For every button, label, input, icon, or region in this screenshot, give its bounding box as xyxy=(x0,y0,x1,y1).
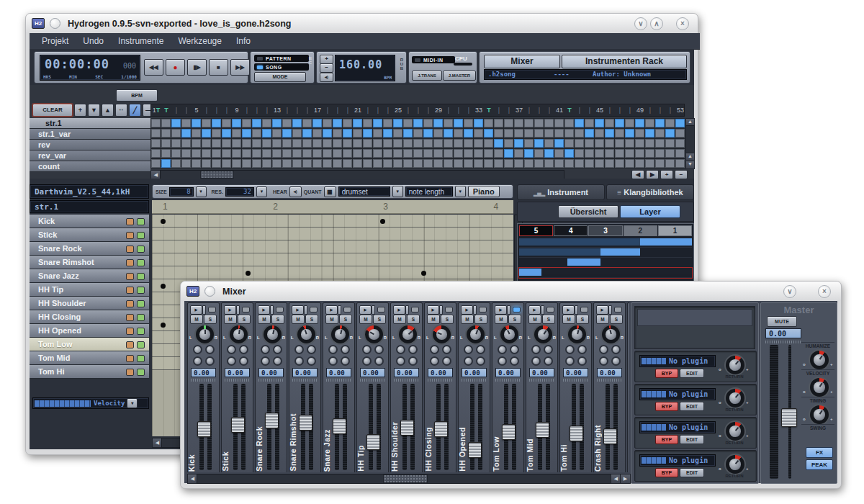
song-cell[interactable] xyxy=(383,149,392,158)
instrument-mute-led[interactable] xyxy=(126,273,134,280)
song-cell[interactable] xyxy=(635,159,644,168)
strip-play-icon[interactable]: ▶ xyxy=(190,305,202,315)
strip-solo-button[interactable]: S xyxy=(576,315,589,324)
fx-send-knob-2[interactable] xyxy=(307,345,316,354)
instrument-mute-led[interactable] xyxy=(126,369,134,376)
stop-button[interactable]: ■ xyxy=(209,59,228,76)
fx-send-knob-2[interactable] xyxy=(273,345,282,354)
song-cell[interactable] xyxy=(514,129,523,138)
instrument-mute-led[interactable] xyxy=(126,218,134,225)
pattern-row-count[interactable]: count xyxy=(30,161,150,172)
strip-mute-button[interactable]: M xyxy=(562,315,575,324)
song-cell[interactable] xyxy=(252,129,261,138)
fx-send-knob-3[interactable] xyxy=(227,356,236,366)
note-length-dropdown[interactable]: note length xyxy=(405,186,453,197)
strip-play-icon[interactable]: ▶ xyxy=(562,305,575,315)
song-cell[interactable] xyxy=(454,159,463,168)
master-timing-knob[interactable] xyxy=(809,404,830,426)
fx-send-knob-2[interactable] xyxy=(476,345,485,354)
song-cell[interactable] xyxy=(393,149,402,158)
song-cell[interactable] xyxy=(151,119,161,127)
song-cell[interactable] xyxy=(665,159,675,168)
song-cell[interactable] xyxy=(554,139,564,148)
fx-send-knob-1[interactable] xyxy=(362,345,372,354)
song-cell[interactable] xyxy=(192,139,201,148)
song-cell[interactable] xyxy=(655,119,665,127)
song-cell[interactable] xyxy=(494,119,503,127)
song-cell[interactable] xyxy=(252,119,261,127)
fx-plugin-lcd[interactable]: No plugin xyxy=(639,388,716,400)
song-cell[interactable] xyxy=(585,129,594,138)
song-cell[interactable] xyxy=(433,149,443,158)
song-cell[interactable] xyxy=(323,129,332,138)
song-cell[interactable] xyxy=(252,149,261,158)
song-cell[interactable] xyxy=(675,149,685,158)
song-cell[interactable] xyxy=(393,139,402,148)
mixer-minimize-button[interactable]: ∨ xyxy=(783,285,796,298)
fx-edit-button[interactable]: EDIT xyxy=(680,369,704,378)
song-cell[interactable] xyxy=(403,159,413,168)
instrument-solo-led[interactable] xyxy=(137,287,145,294)
song-cell[interactable] xyxy=(524,119,534,127)
song-cell[interactable] xyxy=(534,149,544,158)
song-cell[interactable] xyxy=(524,149,534,158)
song-cell[interactable] xyxy=(504,159,513,168)
song-cell[interactable] xyxy=(282,139,292,148)
song-cell[interactable] xyxy=(363,129,372,138)
song-cell[interactable] xyxy=(554,159,564,168)
song-cell[interactable] xyxy=(353,139,362,148)
song-cell[interactable] xyxy=(564,149,574,158)
song-cell[interactable] xyxy=(554,119,564,127)
song-cell[interactable] xyxy=(645,119,654,127)
song-cell[interactable] xyxy=(373,129,382,138)
mixer-close-button[interactable]: × xyxy=(818,285,831,298)
song-mode-row[interactable]: SONG xyxy=(254,63,309,71)
song-cell[interactable] xyxy=(232,129,241,138)
strip-mute-button[interactable]: M xyxy=(393,315,406,324)
song-cell[interactable] xyxy=(585,139,594,148)
song-cell[interactable] xyxy=(514,119,523,127)
strip-solo-button[interactable]: S xyxy=(271,315,284,324)
song-cell[interactable] xyxy=(585,149,594,158)
song-cell[interactable] xyxy=(181,159,191,168)
fx-send-knob-3[interactable] xyxy=(430,356,439,366)
song-cell[interactable] xyxy=(333,139,342,148)
song-cell[interactable] xyxy=(232,159,241,168)
fx-send-knob-3[interactable] xyxy=(498,356,507,366)
song-cell[interactable] xyxy=(262,139,271,148)
song-cell[interactable] xyxy=(585,159,594,168)
fx-send-knob-2[interactable] xyxy=(239,345,248,354)
master-velocity-knob[interactable] xyxy=(809,377,830,398)
song-cell[interactable] xyxy=(524,139,534,148)
song-cell[interactable] xyxy=(242,129,251,138)
song-cell[interactable] xyxy=(192,159,201,168)
song-cell[interactable] xyxy=(202,149,211,158)
song-cell[interactable] xyxy=(564,129,574,138)
song-cell[interactable] xyxy=(444,139,453,148)
song-cell[interactable] xyxy=(615,159,624,168)
tab-instrument[interactable]: ▂▅▂ Instrument xyxy=(517,184,605,200)
song-cell[interactable] xyxy=(222,149,231,158)
song-cell[interactable] xyxy=(302,129,312,138)
song-cell[interactable] xyxy=(655,159,665,168)
add-pattern-button[interactable]: + xyxy=(74,104,86,117)
strip-pan-knob[interactable] xyxy=(533,324,554,345)
song-cell[interactable] xyxy=(212,139,221,148)
song-cell[interactable] xyxy=(474,139,483,148)
layer-header-3[interactable]: 3 xyxy=(588,225,622,236)
song-cell[interactable] xyxy=(353,159,362,168)
fx-send-knob-1[interactable] xyxy=(531,345,541,354)
song-cell[interactable] xyxy=(625,139,634,148)
song-cell[interactable] xyxy=(615,139,624,148)
song-cell[interactable] xyxy=(494,139,503,148)
song-cell[interactable] xyxy=(645,139,654,148)
fx-send-knob-4[interactable] xyxy=(374,356,384,366)
strip-mute-button[interactable]: M xyxy=(596,315,609,324)
song-cell[interactable] xyxy=(302,139,312,148)
song-cell[interactable] xyxy=(625,119,634,127)
menu-instrumente[interactable]: Instrumente xyxy=(112,36,170,46)
song-cell[interactable] xyxy=(161,139,171,148)
instrument-row-snare-jazz[interactable]: Snare Jazz xyxy=(30,269,149,283)
song-cell[interactable] xyxy=(444,159,453,168)
instrument-solo-led[interactable] xyxy=(137,355,145,362)
